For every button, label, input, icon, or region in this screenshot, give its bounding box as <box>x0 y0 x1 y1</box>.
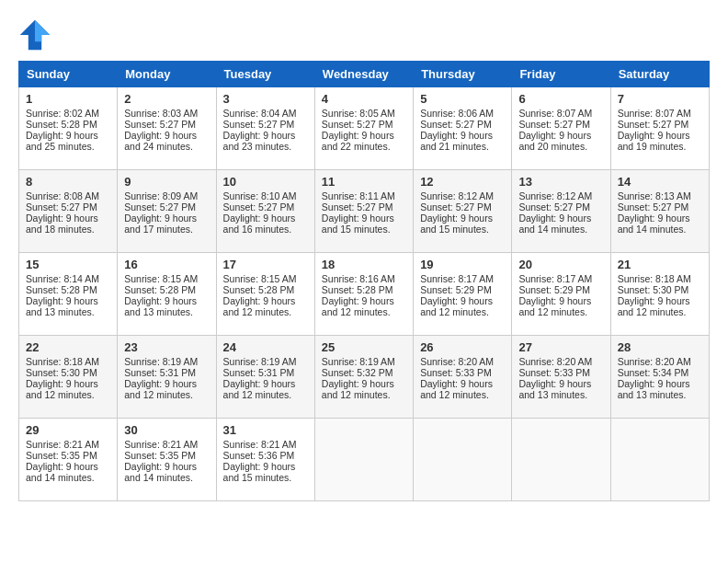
week-row-4: 22Sunrise: 8:18 AMSunset: 5:30 PMDayligh… <box>19 336 710 419</box>
daylight-text: Daylight: 9 hours and 13 minutes. <box>124 295 197 317</box>
sunrise-text: Sunrise: 8:21 AM <box>223 439 297 450</box>
daylight-text: Daylight: 9 hours and 14 minutes. <box>124 461 197 483</box>
sunrise-text: Sunrise: 8:03 AM <box>124 108 198 119</box>
day-cell-23: 23Sunrise: 8:19 AMSunset: 5:31 PMDayligh… <box>118 336 216 419</box>
day-number: 5 <box>420 92 505 106</box>
daylight-text: Daylight: 9 hours and 15 minutes. <box>322 213 394 235</box>
day-number: 8 <box>26 175 110 189</box>
sunset-text: Sunset: 5:30 PM <box>618 284 689 295</box>
sunset-text: Sunset: 5:31 PM <box>124 367 196 378</box>
page-header <box>18 18 710 52</box>
daylight-text: Daylight: 9 hours and 18 minutes. <box>26 213 98 235</box>
day-number: 25 <box>322 340 406 354</box>
day-cell-6: 6Sunrise: 8:07 AMSunset: 5:27 PMDaylight… <box>512 87 610 170</box>
logo-icon <box>18 18 51 52</box>
header-row: Sunday Monday Tuesday Wednesday Thursday… <box>19 62 710 87</box>
daylight-text: Daylight: 9 hours and 12 minutes. <box>124 378 197 400</box>
day-number: 13 <box>518 175 603 189</box>
sunrise-text: Sunrise: 8:19 AM <box>124 356 198 367</box>
day-cell-10: 10Sunrise: 8:10 AMSunset: 5:27 PMDayligh… <box>216 170 314 253</box>
daylight-text: Daylight: 9 hours and 12 minutes. <box>322 378 394 400</box>
sunrise-text: Sunrise: 8:10 AM <box>223 190 297 201</box>
daylight-text: Daylight: 9 hours and 12 minutes. <box>322 295 394 317</box>
daylight-text: Daylight: 9 hours and 12 minutes. <box>420 378 493 400</box>
col-thursday: Thursday <box>414 62 512 87</box>
sunset-text: Sunset: 5:28 PM <box>223 284 295 295</box>
sunset-text: Sunset: 5:27 PM <box>618 119 689 130</box>
daylight-text: Daylight: 9 hours and 13 minutes. <box>618 378 690 400</box>
day-cell-14: 14Sunrise: 8:13 AMSunset: 5:27 PMDayligh… <box>610 170 709 253</box>
day-cell-9: 9Sunrise: 8:09 AMSunset: 5:27 PMDaylight… <box>118 170 216 253</box>
daylight-text: Daylight: 9 hours and 21 minutes. <box>420 130 493 152</box>
day-number: 2 <box>124 92 209 106</box>
col-monday: Monday <box>118 62 216 87</box>
day-number: 28 <box>618 340 702 354</box>
day-cell-13: 13Sunrise: 8:12 AMSunset: 5:27 PMDayligh… <box>512 170 610 253</box>
day-cell-21: 21Sunrise: 8:18 AMSunset: 5:30 PMDayligh… <box>610 253 709 336</box>
day-number: 14 <box>618 175 702 189</box>
day-number: 31 <box>223 423 308 437</box>
daylight-text: Daylight: 9 hours and 23 minutes. <box>223 130 296 152</box>
daylight-text: Daylight: 9 hours and 22 minutes. <box>322 130 394 152</box>
day-cell-11: 11Sunrise: 8:11 AMSunset: 5:27 PMDayligh… <box>314 170 413 253</box>
sunrise-text: Sunrise: 8:20 AM <box>518 356 592 367</box>
empty-cell <box>512 419 610 501</box>
day-cell-8: 8Sunrise: 8:08 AMSunset: 5:27 PMDaylight… <box>19 170 118 253</box>
calendar-table: Sunday Monday Tuesday Wednesday Thursday… <box>18 61 710 501</box>
daylight-text: Daylight: 9 hours and 12 minutes. <box>518 295 591 317</box>
sunrise-text: Sunrise: 8:20 AM <box>618 356 691 367</box>
sunrise-text: Sunrise: 8:12 AM <box>420 190 494 201</box>
day-number: 10 <box>223 175 308 189</box>
daylight-text: Daylight: 9 hours and 13 minutes. <box>518 378 591 400</box>
day-cell-12: 12Sunrise: 8:12 AMSunset: 5:27 PMDayligh… <box>414 170 512 253</box>
sunset-text: Sunset: 5:30 PM <box>26 367 97 378</box>
sunrise-text: Sunrise: 8:15 AM <box>124 273 198 284</box>
day-number: 3 <box>223 92 308 106</box>
sunrise-text: Sunrise: 8:16 AM <box>322 273 395 284</box>
sunrise-text: Sunrise: 8:06 AM <box>420 108 494 119</box>
empty-cell <box>314 419 413 501</box>
sunset-text: Sunset: 5:27 PM <box>124 201 196 213</box>
day-number: 23 <box>124 340 209 354</box>
daylight-text: Daylight: 9 hours and 14 minutes. <box>618 213 690 235</box>
day-number: 18 <box>322 258 406 271</box>
sunrise-text: Sunrise: 8:02 AM <box>26 108 99 119</box>
day-cell-7: 7Sunrise: 8:07 AMSunset: 5:27 PMDaylight… <box>610 87 709 170</box>
daylight-text: Daylight: 9 hours and 12 minutes. <box>420 295 493 317</box>
sunrise-text: Sunrise: 8:21 AM <box>124 439 198 450</box>
sunset-text: Sunset: 5:27 PM <box>26 201 97 213</box>
day-number: 24 <box>223 340 308 354</box>
sunset-text: Sunset: 5:36 PM <box>223 450 295 461</box>
day-cell-25: 25Sunrise: 8:19 AMSunset: 5:32 PMDayligh… <box>314 336 413 419</box>
sunset-text: Sunset: 5:27 PM <box>223 119 295 130</box>
sunset-text: Sunset: 5:28 PM <box>322 284 393 295</box>
day-cell-31: 31Sunrise: 8:21 AMSunset: 5:36 PMDayligh… <box>216 419 314 501</box>
sunset-text: Sunset: 5:27 PM <box>518 119 590 130</box>
sunset-text: Sunset: 5:27 PM <box>322 119 393 130</box>
daylight-text: Daylight: 9 hours and 12 minutes. <box>223 378 296 400</box>
day-cell-4: 4Sunrise: 8:05 AMSunset: 5:27 PMDaylight… <box>314 87 413 170</box>
daylight-text: Daylight: 9 hours and 14 minutes. <box>518 213 591 235</box>
day-cell-20: 20Sunrise: 8:17 AMSunset: 5:29 PMDayligh… <box>512 253 610 336</box>
day-number: 20 <box>518 258 603 271</box>
day-cell-27: 27Sunrise: 8:20 AMSunset: 5:33 PMDayligh… <box>512 336 610 419</box>
sunrise-text: Sunrise: 8:15 AM <box>223 273 297 284</box>
daylight-text: Daylight: 9 hours and 25 minutes. <box>26 130 98 152</box>
sunrise-text: Sunrise: 8:17 AM <box>420 273 494 284</box>
sunset-text: Sunset: 5:27 PM <box>518 201 590 213</box>
day-cell-17: 17Sunrise: 8:15 AMSunset: 5:28 PMDayligh… <box>216 253 314 336</box>
day-cell-15: 15Sunrise: 8:14 AMSunset: 5:28 PMDayligh… <box>19 253 118 336</box>
daylight-text: Daylight: 9 hours and 20 minutes. <box>518 130 591 152</box>
day-number: 27 <box>518 340 603 354</box>
sunrise-text: Sunrise: 8:12 AM <box>518 190 592 201</box>
daylight-text: Daylight: 9 hours and 15 minutes. <box>223 461 296 483</box>
col-sunday: Sunday <box>19 62 118 87</box>
sunrise-text: Sunrise: 8:19 AM <box>223 356 297 367</box>
day-number: 30 <box>124 423 209 437</box>
col-friday: Friday <box>512 62 610 87</box>
sunset-text: Sunset: 5:27 PM <box>124 119 196 130</box>
daylight-text: Daylight: 9 hours and 12 minutes. <box>223 295 296 317</box>
sunrise-text: Sunrise: 8:13 AM <box>618 190 691 201</box>
logo <box>18 18 57 52</box>
day-number: 22 <box>26 340 110 354</box>
